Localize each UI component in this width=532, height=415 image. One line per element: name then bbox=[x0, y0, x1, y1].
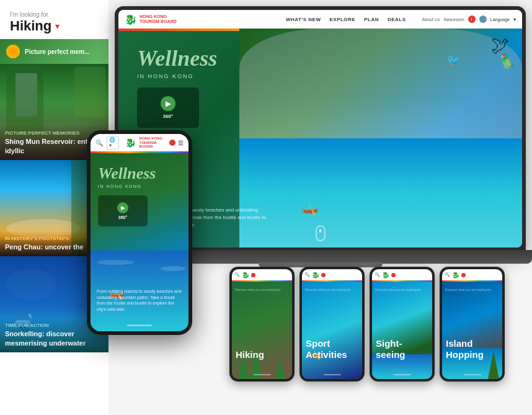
mini-tag-island: Discover what you are looking for bbox=[445, 288, 499, 292]
sidebar-banner[interactable]: Picture perfect mem... bbox=[0, 39, 109, 64]
mini-home-bar bbox=[254, 374, 271, 375]
nav-plan[interactable]: PLAN bbox=[364, 17, 379, 22]
language-button[interactable]: Language bbox=[490, 17, 510, 22]
laptop-hero-subtitle: IN HONG KONG bbox=[137, 73, 194, 79]
mini-nav: 🔍 🐉 bbox=[372, 269, 432, 280]
phone-display: 🔍 🌐▾ 🐉 HONG KONGTOURISM BOARD ☰ Wellness… bbox=[87, 130, 192, 335]
bird-icon: 🕊 bbox=[491, 35, 510, 56]
mini-title-sport: Sport Activities bbox=[306, 338, 358, 360]
mini-stripe bbox=[232, 280, 292, 282]
mini-stripe bbox=[302, 280, 362, 282]
mini-phone-screen: 🔍 🐉 Discover what you are looking for Si… bbox=[372, 269, 432, 379]
phone-hero-subtitle: IN HONG KONG bbox=[98, 184, 142, 189]
mini-tag-hiking: Discover what you are looking for bbox=[235, 288, 289, 292]
nav-explore[interactable]: EXPLORE bbox=[329, 17, 355, 22]
phone-hero-description: From outlying islands to sandy beaches a… bbox=[97, 288, 182, 313]
sidebar-category[interactable]: Hiking bbox=[10, 18, 51, 34]
phone-wellness-title: Wellness bbox=[98, 166, 156, 182]
chevron-down-icon[interactable]: ▾ bbox=[55, 21, 60, 31]
water-bg bbox=[239, 138, 522, 248]
mini-phone-body: 🔍 🐉 Discover what you are looking for Is… bbox=[440, 267, 505, 382]
mini-hero-hiking: Discover what you are looking for Hiking bbox=[232, 282, 292, 379]
sidebar-header: I'm looking for Hiking ▾ bbox=[0, 0, 109, 39]
mini-home-bar bbox=[394, 374, 411, 375]
mini-nav-right bbox=[391, 273, 396, 277]
mini-hero-sport: 🛶 Discover what you are looking for Spor… bbox=[302, 282, 362, 379]
dragon-icon: 🐉 bbox=[125, 14, 137, 25]
mini-nav-right bbox=[461, 273, 466, 277]
phone-nav-right: ☰ bbox=[169, 140, 184, 146]
360-label-phone: 360° bbox=[118, 215, 127, 220]
mini-search-icon: 🔍 bbox=[375, 272, 380, 277]
mini-hero-sightseeing: Discover what you are looking for Sight-… bbox=[372, 282, 432, 379]
mini-alert bbox=[461, 273, 466, 277]
mini-phone-screen: 🔍 🐉 Discover what you are looking for Hi… bbox=[232, 269, 292, 379]
foliage-decoration bbox=[6, 70, 43, 132]
laptop-wellness-title: Wellness bbox=[137, 47, 217, 69]
mini-phone-screen: 🔍 🐉 Discover what you are looking for Is… bbox=[442, 269, 502, 379]
360-label: 360° bbox=[163, 114, 174, 119]
phone-nav: 🔍 🌐▾ 🐉 HONG KONGTOURISM BOARD ☰ bbox=[91, 134, 188, 151]
mini-phone-body: 🔍 🐉 🛶 Discover what you are looking for … bbox=[299, 267, 365, 382]
sidebar-looking-for-label: I'm looking for bbox=[10, 11, 99, 18]
mini-phone-screen: 🔍 🐉 🛶 Discover what you are looking for … bbox=[302, 269, 362, 379]
phone-hero: Wellness IN HONG KONG ▶ 360° 🛶 From outl… bbox=[91, 153, 188, 331]
laptop-360-button[interactable]: ▶ 360° bbox=[137, 87, 199, 128]
hktb-logo: 🐉 HONG KONGTOURISM BOARD bbox=[125, 14, 177, 25]
phone-logo-text: HONG KONGTOURISM BOARD bbox=[140, 136, 166, 149]
kayak-icon: 🛶 bbox=[301, 200, 318, 216]
mini-alert bbox=[251, 273, 255, 277]
nav-whats-new[interactable]: WHAT'S NEW bbox=[286, 17, 321, 22]
globe-button[interactable]: 🌐▾ bbox=[107, 136, 119, 149]
mini-search-icon: 🔍 bbox=[304, 272, 310, 277]
mini-logo-icon: 🐉 bbox=[452, 272, 459, 279]
phone-360-button[interactable]: ▶ 360° bbox=[98, 195, 148, 226]
mini-phone-island-hopping[interactable]: 🔍 🐉 Discover what you are looking for Is… bbox=[440, 267, 505, 382]
mini-search-icon: 🔍 bbox=[445, 272, 450, 277]
home-indicator bbox=[127, 324, 152, 326]
wave-2 bbox=[161, 266, 185, 271]
parrot-icon: 🦜 bbox=[499, 53, 516, 69]
mini-tag-sport: Discover what you are looking for bbox=[305, 288, 359, 292]
bubble bbox=[6, 269, 56, 300]
wave-1 bbox=[97, 260, 134, 265]
flag-icon: 🌐 bbox=[479, 16, 487, 23]
phone-body: 🔍 🌐▾ 🐉 HONG KONGTOURISM BOARD ☰ Wellness… bbox=[87, 130, 192, 335]
mini-title-hiking: Hiking bbox=[236, 349, 288, 360]
sidebar-banner-text: Picture perfect mem... bbox=[25, 48, 89, 55]
scroll-dot bbox=[319, 229, 321, 233]
mini-home-bar bbox=[464, 374, 481, 375]
hero-bg: 🕊 🛶 🦜 🐦 bbox=[239, 29, 522, 248]
mini-logo-icon: 🐉 bbox=[382, 272, 389, 279]
mini-nav: 🔍 🐉 bbox=[442, 269, 502, 280]
mini-phone-sport[interactable]: 🔍 🐉 🛶 Discover what you are looking for … bbox=[299, 267, 365, 382]
search-icon[interactable]: 🔍 bbox=[95, 140, 103, 146]
mini-nav-right bbox=[321, 273, 326, 277]
tree-decoration bbox=[74, 67, 105, 117]
laptop-nav: 🐉 HONG KONGTOURISM BOARD WHAT'S NEW EXPL… bbox=[118, 10, 522, 29]
mini-tag-sightseeing: Discover what you are looking for bbox=[375, 288, 429, 292]
mini-alert bbox=[321, 273, 326, 277]
mini-phone-sightseeing[interactable]: 🔍 🐉 Discover what you are looking for Si… bbox=[370, 267, 435, 382]
nav-deals[interactable]: DEALS bbox=[388, 17, 406, 22]
mini-nav: 🔍 🐉 bbox=[232, 269, 292, 280]
mini-title-sightseeing: Sight-seeing bbox=[376, 338, 428, 360]
mini-hero-island: Discover what you are looking for Island… bbox=[442, 282, 502, 379]
language-chevron: ▾ bbox=[513, 17, 516, 22]
newsroom-link[interactable]: Newsroom bbox=[443, 17, 464, 22]
bottom-phone-cards: 🔍 🐉 Discover what you are looking for Hi… bbox=[229, 267, 527, 403]
mini-logo-icon: 🐉 bbox=[312, 272, 319, 279]
menu-icon[interactable]: ☰ bbox=[178, 140, 184, 146]
mini-phone-body: 🔍 🐉 Discover what you are looking for Si… bbox=[370, 267, 435, 382]
tree-3 bbox=[275, 357, 286, 379]
laptop-nav-right: About Us Newsroom ! 🌐 Language ▾ bbox=[422, 16, 516, 23]
mini-phone-hiking[interactable]: 🔍 🐉 Discover what you are looking for Hi… bbox=[229, 267, 295, 382]
mini-nav: 🔍 🐉 bbox=[302, 269, 362, 280]
scroll-indicator bbox=[316, 225, 326, 241]
logo-text: HONG KONGTOURISM BOARD bbox=[140, 14, 177, 24]
hktb-logo-phone: 🐉 bbox=[125, 138, 136, 148]
about-us-link[interactable]: About Us bbox=[422, 17, 440, 22]
play-icon-phone: ▶ bbox=[117, 202, 128, 213]
mini-title-island: Island Hopping bbox=[446, 338, 499, 360]
mini-stripe bbox=[372, 280, 432, 282]
